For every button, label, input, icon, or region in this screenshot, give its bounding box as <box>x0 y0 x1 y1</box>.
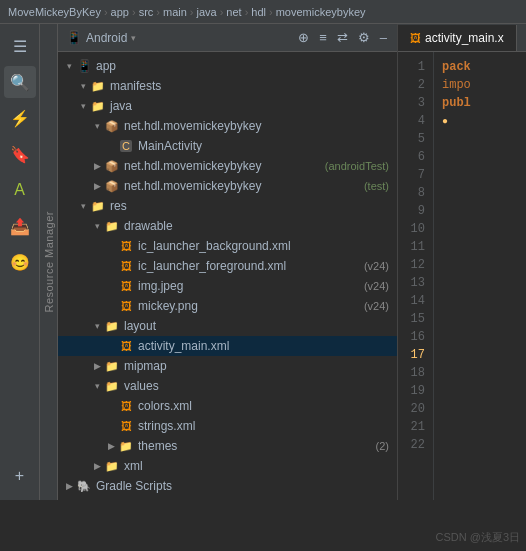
tree-node-label: java <box>110 99 389 113</box>
tree-node[interactable]: 🖼activity_main.xml <box>58 336 397 356</box>
tree-arrow-icon[interactable]: ▾ <box>76 201 90 211</box>
dropdown-arrow-icon[interactable]: ▾ <box>131 33 136 43</box>
project-header: 📱 Android ▾ ⊕ ≡ ⇄ ⚙ – <box>58 24 397 52</box>
tree-arrow-icon[interactable]: ▾ <box>90 221 104 231</box>
side-panel: Resource Manager <box>40 24 58 500</box>
tree-node[interactable]: ▶📦net.hdl.movemickeybykey (test) <box>58 176 397 196</box>
tree-arrow-icon[interactable]: ▾ <box>90 321 104 331</box>
line-number: 21 <box>402 418 425 436</box>
breadcrumb-item-6[interactable]: hdl <box>251 6 266 18</box>
tree-node[interactable]: ▶📁themes (2) <box>58 436 397 456</box>
tree-node[interactable]: ▶📁xml <box>58 456 397 476</box>
tree-node-icon: 🐘 <box>76 478 92 494</box>
tree-arrow-icon[interactable]: ▾ <box>90 121 104 131</box>
tree-arrow-icon[interactable]: ▾ <box>76 81 90 91</box>
hamburger-icon[interactable]: ☰ <box>4 30 36 62</box>
minimize-icon[interactable]: – <box>378 28 389 47</box>
smiley-icon[interactable]: 😊 <box>4 246 36 278</box>
tree-node[interactable]: ▾📁values <box>58 376 397 396</box>
tree-node-icon: 🖼 <box>118 298 134 314</box>
tree-node[interactable]: 🖼img.jpeg (v24) <box>58 276 397 296</box>
tree-node-label: ic_launcher_foreground.xml <box>138 259 360 273</box>
tree-node-label: layout <box>124 319 389 333</box>
breadcrumb-item-7[interactable]: movemickeybykey <box>276 6 366 18</box>
editor-area: 🖼 activity_main.x 1234567891011121314151… <box>398 24 526 500</box>
header-icons: ⊕ ≡ ⇄ ⚙ – <box>296 28 389 47</box>
search-icon[interactable]: 🔍 <box>4 66 36 98</box>
tree-node[interactable]: 🖼strings.xml <box>58 416 397 436</box>
tree-node-label: themes <box>138 439 372 453</box>
tree-node-icon: 🖼 <box>118 258 134 274</box>
tree-container[interactable]: ▾📱app▾📁manifests▾📁java▾📦net.hdl.movemick… <box>58 52 397 500</box>
line-number: 18 <box>402 364 425 382</box>
line-number: 6 <box>402 148 425 166</box>
tree-arrow-icon[interactable]: ▶ <box>104 441 118 451</box>
editor-tab-activity-main[interactable]: 🖼 activity_main.x <box>398 25 517 51</box>
breadcrumb-item-5[interactable]: net <box>226 6 241 18</box>
tree-arrow-icon[interactable]: ▾ <box>90 381 104 391</box>
tree-node[interactable]: CMainActivity <box>58 136 397 156</box>
tree-node-icon: 🖼 <box>118 418 134 434</box>
tree-arrow-icon[interactable]: ▶ <box>90 161 104 171</box>
breadcrumb-item-1[interactable]: app <box>111 6 129 18</box>
android-icon[interactable]: A <box>4 174 36 206</box>
tree-node-icon: 📁 <box>90 98 106 114</box>
line-number: 10 <box>402 220 425 238</box>
line-number: 4 <box>402 112 425 130</box>
breadcrumb-item-2[interactable]: src <box>139 6 154 18</box>
line-number: 11 <box>402 238 425 256</box>
list-icon[interactable]: ≡ <box>317 28 329 47</box>
tree-node-icon: 📁 <box>104 378 120 394</box>
tree-node[interactable]: 🖼mickey.png (v24) <box>58 296 397 316</box>
scope-icon[interactable]: ⊕ <box>296 28 311 47</box>
tree-node[interactable]: ▾📁java <box>58 96 397 116</box>
tree-node[interactable]: 🖼colors.xml <box>58 396 397 416</box>
tree-arrow-icon[interactable]: ▾ <box>76 101 90 111</box>
tree-arrow-icon[interactable]: ▾ <box>62 61 76 71</box>
tree-node[interactable]: ▾📁res <box>58 196 397 216</box>
tree-node[interactable]: ▾📱app <box>58 56 397 76</box>
breadcrumb-item-3[interactable]: main <box>163 6 187 18</box>
resource-manager-tab[interactable]: Resource Manager <box>40 24 58 500</box>
tree-node-label: img.jpeg <box>138 279 360 293</box>
tree-node[interactable]: ▾📦net.hdl.movemickeybykey <box>58 116 397 136</box>
tree-node[interactable]: 🖼ic_launcher_foreground.xml (v24) <box>58 256 397 276</box>
line-number: 9 <box>402 202 425 220</box>
tree-node-badge: (v24) <box>364 260 389 272</box>
tree-node-icon: 📁 <box>104 318 120 334</box>
line-number: 12 <box>402 256 425 274</box>
tree-node[interactable]: ▾📁manifests <box>58 76 397 96</box>
tree-node-icon: C <box>118 138 134 154</box>
code-line: impo <box>442 76 518 94</box>
project-title[interactable]: 📱 Android ▾ <box>66 30 136 45</box>
tree-node[interactable]: ▶🐘Gradle Scripts <box>58 476 397 496</box>
breadcrumb-item-0[interactable]: MoveMickeyByKey <box>8 6 101 18</box>
breadcrumb-item-4[interactable]: java <box>196 6 216 18</box>
tree-node[interactable]: ▶📁mipmap <box>58 356 397 376</box>
tree-arrow-icon[interactable]: ▶ <box>90 461 104 471</box>
tree-node-badge: (v24) <box>364 300 389 312</box>
tree-node[interactable]: ▶📦net.hdl.movemickeybykey (androidTest) <box>58 156 397 176</box>
tree-node-icon: 🖼 <box>118 278 134 294</box>
tree-node[interactable]: 🖼ic_launcher_background.xml <box>58 236 397 256</box>
tree-node-label: net.hdl.movemickeybykey <box>124 179 360 193</box>
line-number: 2 <box>402 76 425 94</box>
lightning-icon[interactable]: ⚡ <box>4 102 36 134</box>
tree-arrow-icon[interactable]: ▶ <box>90 181 104 191</box>
tree-arrow-icon[interactable]: ▶ <box>62 481 76 491</box>
tree-arrow-icon[interactable]: ▶ <box>90 361 104 371</box>
line-number: 8 <box>402 184 425 202</box>
tree-node[interactable]: ▾📁layout <box>58 316 397 336</box>
settings-icon[interactable]: ⚙ <box>356 28 372 47</box>
upload-icon[interactable]: 📤 <box>4 210 36 242</box>
breadcrumb-bar: MoveMickeyByKey › app › src › main › jav… <box>0 0 526 24</box>
tree-node-icon: 📁 <box>104 458 120 474</box>
add-icon[interactable]: + <box>4 460 36 492</box>
line-number: 13 <box>402 274 425 292</box>
tree-node[interactable]: ▾📁drawable <box>58 216 397 236</box>
tree-node-label: strings.xml <box>138 419 389 433</box>
bookmark-icon[interactable]: 🔖 <box>4 138 36 170</box>
editor-content: 12345678910111213141516171819202122 pack… <box>398 52 526 500</box>
sync-icon[interactable]: ⇄ <box>335 28 350 47</box>
line-number: 15 <box>402 310 425 328</box>
